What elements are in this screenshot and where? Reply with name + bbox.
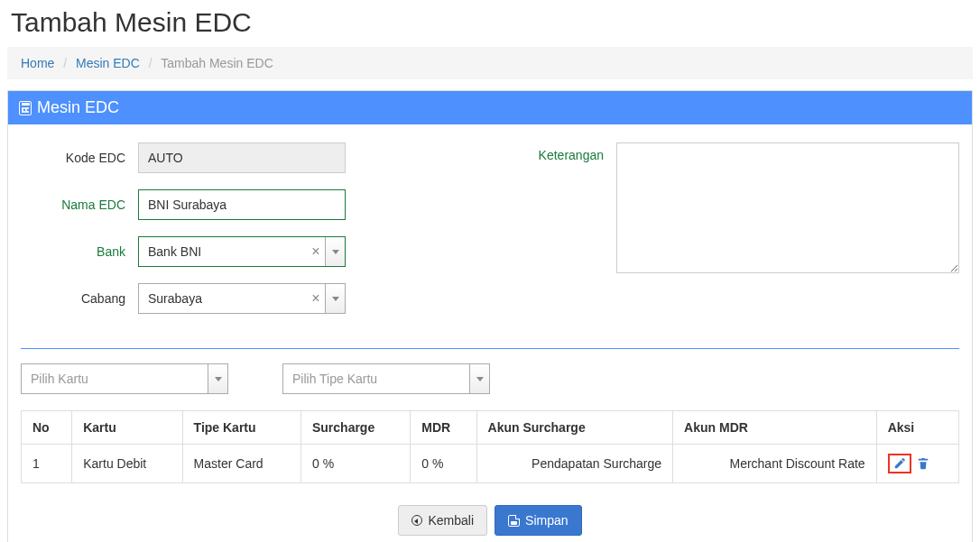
cabang-select[interactable]: Surabaya ×	[138, 283, 346, 314]
cabang-clear-icon[interactable]: ×	[307, 284, 325, 313]
cell-akun-surcharge: Pendapatan Surcharge	[476, 445, 673, 483]
cell-akun-mdr: Merchant Discount Rate	[673, 445, 877, 483]
calculator-icon	[19, 101, 32, 115]
cell-no: 1	[22, 445, 72, 483]
tipe-kartu-select[interactable]: Pilih Tipe Kartu	[282, 363, 490, 394]
chevron-down-icon[interactable]	[469, 364, 489, 393]
th-mdr: MDR	[411, 411, 476, 445]
panel-title: Mesin EDC	[37, 98, 119, 117]
breadcrumb-active: Tambah Mesin EDC	[161, 56, 273, 70]
panel: Mesin EDC Kode EDC Nama EDC Bank	[7, 90, 973, 542]
kartu-select-placeholder: Pilih Kartu	[22, 364, 208, 393]
kembali-label: Kembali	[428, 513, 474, 528]
cell-aksi	[876, 445, 958, 483]
edit-action-highlight	[888, 454, 911, 473]
bank-select[interactable]: Bank BNI ×	[138, 236, 346, 267]
tipe-kartu-select-placeholder: Pilih Tipe Kartu	[283, 364, 469, 393]
breadcrumb-mesin-edc[interactable]: Mesin EDC	[76, 56, 140, 70]
table-row: 1 Kartu Debit Master Card 0 % 0 % Pendap…	[22, 445, 959, 483]
panel-body: Kode EDC Nama EDC Bank Bank BNI	[8, 124, 972, 542]
cell-kartu: Kartu Debit	[72, 445, 182, 483]
bank-select-value: Bank BNI	[139, 237, 307, 266]
kartu-select[interactable]: Pilih Kartu	[21, 363, 228, 394]
filter-row: Pilih Kartu Pilih Tipe Kartu	[21, 363, 959, 394]
table-header-row: No Kartu Tipe Kartu Surcharge MDR Akun S…	[22, 411, 959, 445]
back-icon	[411, 515, 422, 526]
cell-tipe-kartu: Master Card	[182, 445, 300, 483]
bank-clear-icon[interactable]: ×	[307, 237, 325, 266]
save-icon	[508, 515, 520, 527]
th-no: No	[22, 411, 72, 445]
keterangan-field[interactable]	[616, 142, 959, 273]
th-akun-mdr: Akun MDR	[673, 411, 877, 445]
page-title: Tambah Mesin EDC	[7, 7, 973, 38]
breadcrumb-separator: /	[149, 56, 153, 70]
chevron-down-icon[interactable]	[208, 364, 227, 393]
kembali-button[interactable]: Kembali	[398, 505, 487, 536]
kode-edc-field[interactable]	[138, 142, 346, 173]
cell-mdr: 0 %	[411, 445, 476, 483]
label-cabang: Cabang	[21, 291, 138, 306]
label-kode-edc: Kode EDC	[21, 151, 138, 165]
label-nama-edc: Nama EDC	[21, 198, 138, 212]
breadcrumb: Home / Mesin EDC / Tambah Mesin EDC	[7, 47, 973, 79]
th-kartu: Kartu	[72, 411, 182, 445]
cell-surcharge: 0 %	[300, 445, 410, 483]
trash-icon[interactable]	[917, 457, 929, 470]
panel-header: Mesin EDC	[8, 91, 972, 124]
form-right-column: Keterangan	[355, 142, 959, 330]
kartu-table: No Kartu Tipe Kartu Surcharge MDR Akun S…	[21, 410, 959, 483]
th-tipe-kartu: Tipe Kartu	[182, 411, 300, 445]
th-akun-surcharge: Akun Surcharge	[476, 411, 673, 445]
footer-buttons: Kembali Simpan	[21, 483, 959, 539]
breadcrumb-home[interactable]: Home	[21, 56, 54, 70]
cabang-select-value: Surabaya	[139, 284, 307, 313]
th-surcharge: Surcharge	[300, 411, 410, 445]
chevron-down-icon[interactable]	[325, 237, 345, 266]
breadcrumb-separator: /	[63, 56, 67, 70]
label-keterangan: Keterangan	[526, 142, 616, 162]
form-left-column: Kode EDC Nama EDC Bank Bank BNI	[21, 142, 355, 330]
simpan-button[interactable]: Simpan	[495, 505, 581, 536]
section-divider	[21, 348, 959, 349]
chevron-down-icon[interactable]	[325, 284, 345, 313]
th-aksi: Aksi	[876, 411, 958, 445]
pencil-icon[interactable]	[893, 457, 906, 470]
nama-edc-field[interactable]	[138, 189, 346, 220]
label-bank: Bank	[21, 244, 138, 259]
simpan-label: Simpan	[525, 513, 568, 528]
